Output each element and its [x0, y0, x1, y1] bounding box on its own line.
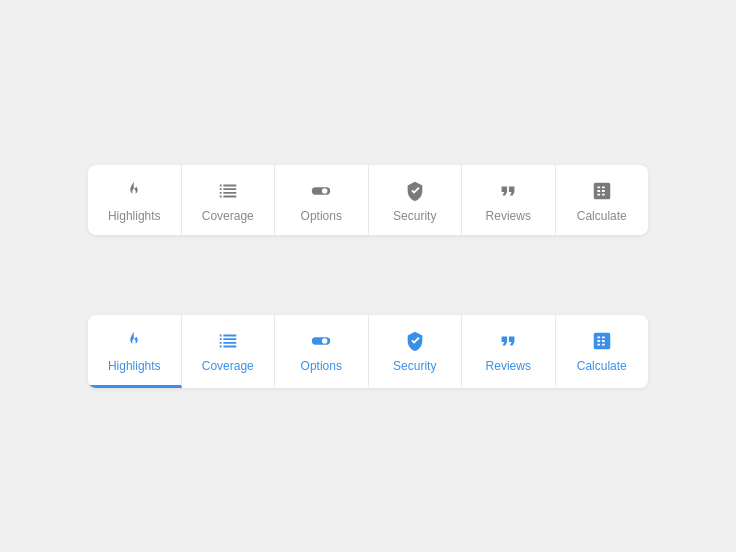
- quote-icon-active: [496, 329, 520, 353]
- tab-highlights-active[interactable]: Highlights: [88, 315, 182, 388]
- tab-security-active[interactable]: Security: [369, 315, 463, 388]
- tab-calculate-default[interactable]: Calculate: [556, 165, 649, 235]
- toggle-icon-active: [309, 329, 333, 353]
- tab-options-active[interactable]: Options: [275, 315, 369, 388]
- tab-highlights-default[interactable]: Highlights: [88, 165, 182, 235]
- flame-icon-active: [122, 329, 146, 353]
- tab-security-default[interactable]: Security: [369, 165, 463, 235]
- tab-reviews-active-label: Reviews: [486, 359, 531, 373]
- calculator-icon-active: [590, 329, 614, 353]
- main-wrapper: Highlights Coverage Options: [88, 165, 648, 388]
- tab-reviews-active[interactable]: Reviews: [462, 315, 556, 388]
- quote-icon-default: [496, 179, 520, 203]
- tab-bar-active: Highlights Coverage Options: [88, 315, 648, 388]
- tab-security-active-label: Security: [393, 359, 436, 373]
- flame-icon-default: [122, 179, 146, 203]
- tab-highlights-active-label: Highlights: [108, 359, 161, 373]
- tab-coverage-active-label: Coverage: [202, 359, 254, 373]
- svg-point-1: [322, 188, 328, 194]
- shield-icon-active: [403, 329, 427, 353]
- tab-coverage-default[interactable]: Coverage: [182, 165, 276, 235]
- tab-reviews-default-label: Reviews: [486, 209, 531, 223]
- tab-security-default-label: Security: [393, 209, 436, 223]
- tab-calculate-active-label: Calculate: [577, 359, 627, 373]
- list-icon-default: [216, 179, 240, 203]
- toggle-icon-default: [309, 179, 333, 203]
- calculator-icon-default: [590, 179, 614, 203]
- tab-coverage-default-label: Coverage: [202, 209, 254, 223]
- tab-coverage-active[interactable]: Coverage: [182, 315, 276, 388]
- tab-options-active-label: Options: [301, 359, 342, 373]
- list-icon-active: [216, 329, 240, 353]
- tab-calculate-active[interactable]: Calculate: [556, 315, 649, 388]
- tab-highlights-default-label: Highlights: [108, 209, 161, 223]
- tab-options-default-label: Options: [301, 209, 342, 223]
- tab-calculate-default-label: Calculate: [577, 209, 627, 223]
- tab-bar-default: Highlights Coverage Options: [88, 165, 648, 235]
- svg-point-3: [322, 338, 328, 344]
- shield-icon-default: [403, 179, 427, 203]
- tab-options-default[interactable]: Options: [275, 165, 369, 235]
- tab-reviews-default[interactable]: Reviews: [462, 165, 556, 235]
